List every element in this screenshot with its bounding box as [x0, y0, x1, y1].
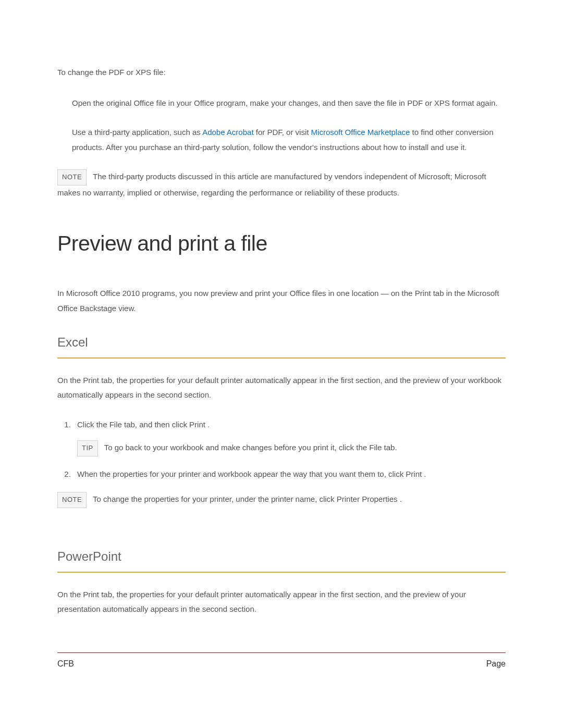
- note-badge-2: NOTE: [57, 492, 87, 508]
- tip-line: TIP To go back to your workbook and make…: [77, 440, 506, 456]
- note-text-1: The third-party products discussed in th…: [57, 172, 486, 197]
- office-marketplace-link[interactable]: Microsoft Office Marketplace: [311, 128, 410, 137]
- main-heading: Preview and print a file: [57, 224, 506, 264]
- p2-mid: for PDF, or visit: [254, 128, 311, 137]
- p2-pre: Use a third-party application, such as: [72, 128, 202, 137]
- note-paragraph-2: NOTE To change the properties for your p…: [57, 492, 506, 508]
- note-text-2: To change the properties for your printe…: [93, 495, 402, 503]
- powerpoint-paragraph: On the Print tab, the properties for you…: [57, 587, 506, 617]
- intro-paragraph-2: In Microsoft Office 2010 programs, you n…: [57, 286, 506, 316]
- tip-text: To go back to your workbook and make cha…: [104, 443, 397, 452]
- footer-left: CFB: [57, 656, 74, 672]
- powerpoint-heading: PowerPoint: [57, 545, 506, 573]
- step-2-text: When the properties for your printer and…: [77, 470, 426, 478]
- tip-badge: TIP: [77, 440, 98, 456]
- indented-paragraph-1: Open the original Office file in your Of…: [72, 96, 506, 111]
- step-1: Click the File tab, and then click Print…: [73, 417, 506, 456]
- indented-paragraph-2: Use a third-party application, such as A…: [72, 125, 506, 155]
- intro-text: To change the PDF or XPS file:: [57, 65, 506, 80]
- step-2: When the properties for your printer and…: [73, 467, 506, 482]
- step-1-text: Click the File tab, and then click Print…: [77, 420, 210, 429]
- indented-block: Open the original Office file in your Of…: [72, 96, 506, 155]
- excel-steps-list: Click the File tab, and then click Print…: [73, 417, 506, 482]
- adobe-acrobat-link[interactable]: Adobe Acrobat: [202, 128, 253, 137]
- excel-heading: Excel: [57, 330, 506, 359]
- note-badge: NOTE: [57, 169, 87, 186]
- note-paragraph-1: NOTE The third-party products discussed …: [57, 169, 506, 200]
- footer-right: Page: [486, 656, 506, 672]
- page-footer: CFB Page: [57, 652, 506, 672]
- excel-paragraph: On the Print tab, the properties for you…: [57, 373, 506, 403]
